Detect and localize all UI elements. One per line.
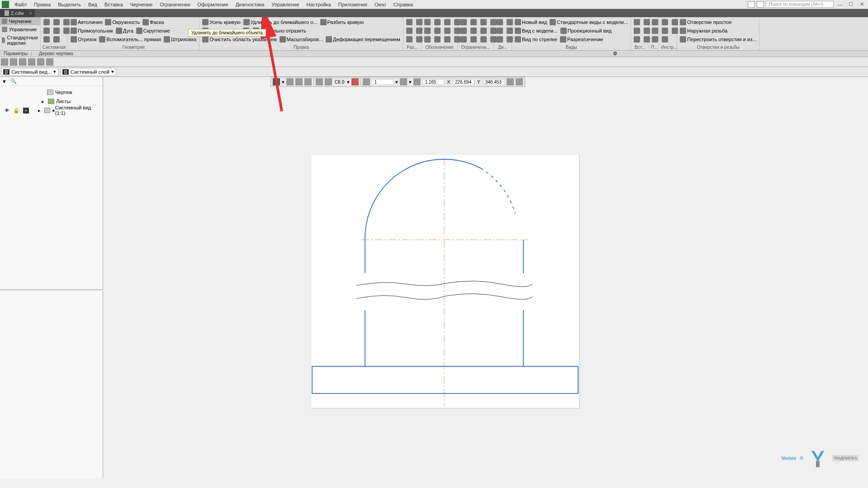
btn-a7[interactable] bbox=[443, 27, 452, 35]
window-close[interactable]: ✕ bbox=[857, 1, 866, 7]
tb-ic4[interactable] bbox=[28, 58, 35, 66]
btn-open[interactable] bbox=[52, 18, 62, 26]
command-search[interactable]: Поиск по командам (Alt+/) bbox=[766, 1, 834, 8]
ct-grid-icon[interactable] bbox=[316, 78, 323, 85]
btn-undo[interactable] bbox=[43, 35, 52, 43]
zoom-field[interactable]: 1.165 bbox=[422, 79, 444, 85]
btn-aux[interactable]: Вспомогатель... прямая bbox=[98, 35, 162, 43]
btn-t3[interactable] bbox=[661, 27, 670, 35]
tab-tree[interactable]: Дерево чертежа bbox=[35, 51, 76, 56]
btn-c5[interactable] bbox=[460, 27, 469, 35]
btn-autoline[interactable]: Автолиния bbox=[70, 18, 103, 26]
btn-t5[interactable] bbox=[661, 35, 670, 43]
cs-dd[interactable]: ▾ bbox=[347, 79, 350, 85]
btn-a3[interactable] bbox=[443, 18, 452, 26]
btn-p1[interactable] bbox=[651, 18, 660, 26]
view-combo[interactable]: 0Системный вид...▾ bbox=[1, 68, 58, 76]
menu-window[interactable]: Окно bbox=[371, 1, 390, 8]
btn-new[interactable] bbox=[43, 18, 52, 26]
btn-c10[interactable] bbox=[470, 35, 479, 43]
btn-projview[interactable]: Проекционный вид bbox=[560, 27, 612, 35]
btn-hole-rebuild[interactable]: Перестроить отверстия и из... bbox=[679, 35, 757, 43]
tree-sheets[interactable]: ▸Листы bbox=[0, 97, 103, 106]
btn-split[interactable]: Разбить кривую bbox=[319, 18, 365, 26]
y-field[interactable]: 348.453 bbox=[483, 79, 505, 85]
ct-ic9[interactable] bbox=[507, 78, 514, 85]
btn-rect[interactable]: Прямоугольник bbox=[70, 27, 114, 35]
menu-insert[interactable]: Вставка bbox=[101, 1, 127, 8]
menu-manage[interactable]: Управление bbox=[268, 1, 303, 8]
ct-ic6[interactable] bbox=[351, 78, 359, 85]
tree-root[interactable]: Чертеж bbox=[0, 88, 103, 97]
btn-a5[interactable] bbox=[423, 27, 432, 35]
ct-ic4[interactable] bbox=[304, 78, 312, 85]
btn-d3[interactable] bbox=[496, 27, 505, 35]
btn-a2[interactable] bbox=[433, 18, 442, 26]
menu-diag[interactable]: Диагностика bbox=[232, 1, 268, 8]
tb-ic3[interactable] bbox=[19, 58, 26, 66]
btn-c1[interactable] bbox=[460, 18, 469, 26]
btn-a11[interactable] bbox=[443, 35, 452, 43]
btn-dim3[interactable] bbox=[405, 27, 414, 35]
document-tab[interactable]: 2.cdw × bbox=[0, 9, 35, 17]
tab-close-icon[interactable]: × bbox=[29, 10, 32, 16]
mode-std[interactable]: Стандартные изделия bbox=[0, 33, 40, 47]
menu-apps[interactable]: Приложения bbox=[335, 1, 371, 8]
ct-zoomfit-icon[interactable] bbox=[413, 78, 421, 85]
btn-a6[interactable] bbox=[433, 27, 442, 35]
ct-pen[interactable] bbox=[273, 78, 280, 85]
btn-preview[interactable] bbox=[52, 27, 62, 35]
layer-icon[interactable]: ∘ bbox=[23, 108, 29, 114]
btn-print[interactable] bbox=[43, 27, 52, 35]
menu-constraints[interactable]: Ограничения bbox=[156, 1, 194, 8]
btn-i3[interactable] bbox=[633, 27, 642, 35]
btn-i5[interactable] bbox=[633, 35, 642, 43]
mode-manage[interactable]: Управление bbox=[0, 25, 40, 33]
tb-ic2[interactable] bbox=[10, 58, 17, 66]
menu-file[interactable]: Файл bbox=[11, 1, 30, 8]
ct-cs-icon[interactable] bbox=[325, 78, 332, 85]
menu-drawing[interactable]: Черчение bbox=[127, 1, 157, 8]
layer-combo[interactable]: 0Системный слой▾ bbox=[60, 68, 116, 76]
window-minimize[interactable]: — bbox=[835, 2, 844, 7]
tb-ic1[interactable] bbox=[1, 58, 8, 66]
btn-c7[interactable] bbox=[479, 27, 489, 35]
btn-circle[interactable]: Окружность bbox=[104, 18, 141, 26]
btn-trim[interactable]: Усечь кривую bbox=[201, 18, 241, 26]
btn-c2[interactable] bbox=[470, 18, 479, 26]
btn-arc[interactable]: Дуга bbox=[115, 27, 134, 35]
menu-select[interactable]: Выделить bbox=[54, 1, 85, 8]
menu-view[interactable]: Вид bbox=[85, 1, 101, 8]
menu-format[interactable]: Оформление bbox=[194, 1, 232, 8]
btn-p2[interactable] bbox=[651, 27, 660, 35]
tb-ic5[interactable] bbox=[37, 58, 44, 66]
btn-fillet[interactable]: Скругление bbox=[135, 27, 171, 35]
ct-ruler-icon[interactable] bbox=[363, 78, 370, 85]
btn-d5[interactable] bbox=[496, 35, 505, 43]
btn-c6[interactable] bbox=[470, 27, 479, 35]
btn-d1[interactable] bbox=[496, 18, 505, 26]
menu-help[interactable]: Справка bbox=[390, 1, 417, 8]
window-maximize[interactable]: ☐ bbox=[846, 1, 855, 7]
btn-redo[interactable] bbox=[52, 35, 62, 43]
btn-stdviews[interactable]: Стандартные виды с модели... bbox=[549, 18, 629, 26]
canvas[interactable]: ▾ СК 0▾ 1▾ ▾ 1.165 X 226.694 Y 348.453 bbox=[103, 77, 868, 478]
ct-dd[interactable]: ▾ bbox=[282, 79, 285, 85]
btn-p3[interactable] bbox=[651, 35, 660, 43]
btn-a1[interactable] bbox=[423, 18, 432, 26]
z-dd[interactable]: ▾ bbox=[409, 79, 412, 85]
tree-sysview[interactable]: 👁🔒∘ ▸ ● Системный вид (1:1) bbox=[0, 106, 103, 115]
btn-a9[interactable] bbox=[423, 35, 432, 43]
btn-arrowview[interactable]: Вид по стрелке bbox=[514, 35, 558, 43]
btn-i1[interactable] bbox=[633, 18, 642, 26]
btn-deform[interactable]: Деформация перемещением bbox=[325, 35, 401, 43]
btn-scale[interactable]: Масштабиров... bbox=[279, 35, 324, 43]
layout-icon2[interactable] bbox=[757, 1, 764, 8]
lock-icon[interactable]: 🔒 bbox=[13, 108, 19, 114]
ct-ic10[interactable] bbox=[516, 78, 523, 85]
gear-icon[interactable]: ⚙ bbox=[613, 51, 619, 57]
btn-hole-simple[interactable]: Отверстие простое bbox=[679, 18, 732, 26]
sc-dd[interactable]: ▾ bbox=[395, 79, 398, 85]
ct-ic2[interactable] bbox=[286, 78, 294, 85]
tree-filter[interactable]: ▼🔍 bbox=[0, 77, 103, 86]
